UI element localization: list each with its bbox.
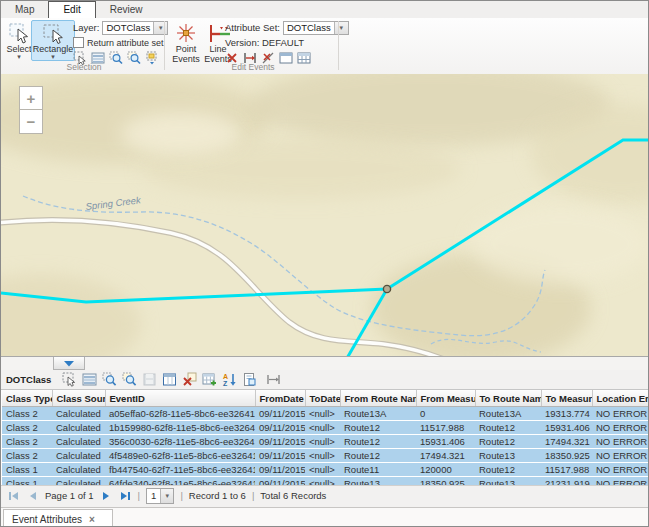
table-row[interactable]: Class 1Calculated64fde340-62f8-11e5-8bc6… [2, 477, 649, 486]
table-row[interactable]: Class 2Calculateda05effa0-62f8-11e5-8bc6… [2, 407, 649, 421]
table-cell: Route13A [475, 407, 541, 421]
map-zoom-control: + − [19, 86, 43, 134]
page-indicator: Page 1 of 1 [45, 490, 94, 501]
table-cell: 64fde340-62f8-11e5-8bc6-ee32641d5ec9 [105, 477, 255, 486]
point-events-button[interactable]: Point Events [169, 20, 203, 66]
zoom-in-button[interactable]: + [19, 86, 43, 110]
separator: | [252, 490, 254, 501]
tab-map[interactable]: Map [1, 2, 48, 18]
table-cell: 21231.919 [541, 477, 592, 486]
measure-icon[interactable] [266, 372, 281, 387]
table-cell: <null> [305, 449, 340, 463]
table-cell: 09/11/2015 [255, 463, 305, 477]
table-cell: Calculated [52, 463, 105, 477]
pagination-bar: Page 1 of 1 | 1 ▾ | Record 1 to 6 | Tota… [1, 485, 649, 505]
table-cell: 11517.988 [541, 463, 592, 477]
ribbon-tabstrip: Map Edit Review [1, 1, 648, 18]
table-cell: Route12 [340, 449, 416, 463]
table-cell: 11517.988 [416, 421, 475, 435]
rectangle-button[interactable]: Rectangle ▾ [31, 20, 75, 61]
attribute-table: Class TypeClass SourceEventIDFromDateToD… [2, 390, 649, 485]
table-cell: Route12 [475, 421, 541, 435]
column-header[interactable]: To Route Name [475, 390, 541, 407]
table-cell: 09/11/2015 [255, 435, 305, 449]
table-cell: NO ERROR [592, 407, 649, 421]
zoom-to-selected-icon[interactable] [102, 372, 117, 387]
table-cell: NO ERROR [592, 435, 649, 449]
column-header[interactable]: FromDate [255, 390, 305, 407]
return-attribute-set-checkbox[interactable] [73, 37, 84, 48]
table-toolbar: DOTClass AZ [1, 370, 649, 389]
table-cell: <null> [305, 435, 340, 449]
point-events-icon [174, 22, 198, 44]
route-junction-marker[interactable] [383, 285, 390, 292]
table-cell: Route13A [340, 407, 416, 421]
next-page-button[interactable] [100, 489, 113, 502]
table-cell: 18350.925 [416, 477, 475, 486]
column-header[interactable]: ToDate [305, 390, 340, 407]
layer-dropdown[interactable]: DOTClass ▾ [102, 21, 168, 35]
table-cell: Route12 [475, 463, 541, 477]
panel-collapse-tab[interactable] [53, 357, 85, 370]
table-cell: <null> [305, 407, 340, 421]
table-cell: 09/11/2015 [255, 449, 305, 463]
open-form-icon[interactable] [242, 372, 257, 387]
table-title: DOTClass [6, 374, 51, 385]
separator: | [180, 490, 182, 501]
point-events-label: Point Events [171, 44, 201, 64]
version-label: Version: DEFAULT [225, 37, 304, 48]
tab-edit[interactable]: Edit [48, 1, 95, 18]
table-cell: 09/11/2015 [255, 407, 305, 421]
return-attribute-set-row[interactable]: Return attribute set [73, 35, 165, 50]
table-cell: 15931.406 [416, 435, 475, 449]
show-selected-records-icon[interactable] [82, 372, 97, 387]
table-cell: 1b159980-62f8-11e5-8bc6-ee32641d5ec9 [105, 421, 255, 435]
table-cell: NO ERROR [592, 463, 649, 477]
zoom-out-button[interactable]: − [19, 110, 43, 134]
column-header[interactable]: Class Type [2, 390, 52, 407]
table-row[interactable]: Class 2Calculated4f5489e0-62f8-11e5-8bc6… [2, 449, 649, 463]
chevron-down-icon[interactable]: ▾ [334, 22, 348, 34]
chevron-down-icon[interactable]: ▾ [153, 22, 167, 34]
table-cell: <null> [305, 421, 340, 435]
table-row[interactable]: Class 1Calculatedfb447540-62f7-11e5-8bc6… [2, 463, 649, 477]
column-header[interactable]: From Measure [416, 390, 475, 407]
separator: | [138, 490, 140, 501]
add-record-icon[interactable] [202, 372, 217, 387]
attribute-grid: Class TypeClass SourceEventIDFromDateToD… [1, 389, 649, 485]
layer-dropdown-value: DOTClass [103, 22, 153, 33]
close-icon[interactable]: × [89, 514, 95, 525]
sort-icon[interactable]: AZ [222, 372, 237, 387]
column-header[interactable]: From Route Name [340, 390, 416, 407]
map-canvas[interactable]: Spring Creek + − [1, 74, 649, 357]
switch-view-icon[interactable] [162, 372, 177, 387]
grid-header-row: Class TypeClass SourceEventIDFromDateToD… [2, 390, 649, 407]
previous-page-button[interactable] [26, 489, 39, 502]
column-header[interactable]: To Measure [541, 390, 592, 407]
chevron-down-icon[interactable]: ▾ [160, 489, 173, 503]
event-attributes-tab[interactable]: Event Attributes × [3, 509, 113, 527]
table-cell: 4f5489e0-62f8-11e5-8bc6-ee32641d5ec9 [105, 449, 255, 463]
table-cell: Class 1 [2, 477, 52, 486]
page-select[interactable]: 1 ▾ [146, 488, 174, 504]
last-page-button[interactable] [119, 489, 132, 502]
column-header[interactable]: Location Error [592, 390, 649, 407]
delete-selected-icon[interactable] [182, 372, 197, 387]
grid-body: Class 2Calculateda05effa0-62f8-11e5-8bc6… [2, 407, 649, 486]
table-row[interactable]: Class 2Calculated1b159980-62f8-11e5-8bc6… [2, 421, 649, 435]
rectangle-select-icon [42, 22, 64, 44]
column-header[interactable]: EventID [105, 390, 255, 407]
first-page-button[interactable] [7, 489, 20, 502]
pan-to-selected-icon[interactable] [122, 372, 137, 387]
column-header[interactable]: Class Source [52, 390, 105, 407]
tab-review[interactable]: Review [96, 2, 157, 18]
table-cell: Class 2 [2, 407, 52, 421]
save-icon[interactable] [142, 372, 157, 387]
select-tool-icon[interactable] [62, 372, 77, 387]
edit-events-group-label: Edit Events [167, 62, 339, 72]
table-row[interactable]: Class 2Calculated356c0030-62f8-11e5-8bc6… [2, 435, 649, 449]
chevron-down-icon: ▾ [17, 54, 21, 59]
select-button[interactable]: Select ▾ [4, 20, 34, 61]
svg-text:A: A [223, 373, 228, 380]
table-cell: NO ERROR [592, 421, 649, 435]
